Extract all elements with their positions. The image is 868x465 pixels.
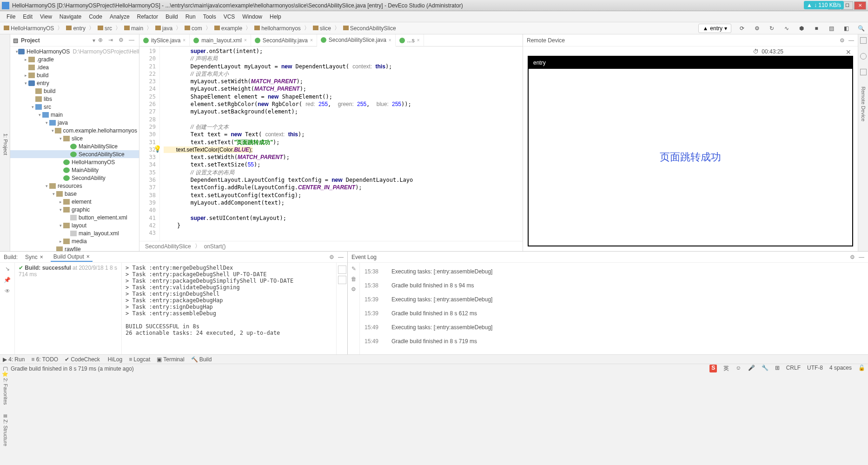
tool-window-tab[interactable]: ≡ 6:TODO <box>31 356 58 363</box>
tree-item[interactable]: HelloHarmonyOS <box>10 158 139 166</box>
menu-build[interactable]: Build <box>162 13 182 21</box>
tree-item[interactable]: button_element.xml <box>10 213 139 221</box>
crumb-class[interactable]: SecondAbilitySlice <box>145 243 191 250</box>
tree-item[interactable]: ▾slice <box>10 134 139 142</box>
scroll-end-icon[interactable] <box>338 276 346 284</box>
breadcrumb-item[interactable]: SecondAbilitySlice <box>342 25 397 32</box>
menu-view[interactable]: View <box>36 13 56 21</box>
build-tab-sync[interactable]: Sync × <box>22 253 46 261</box>
menu-file[interactable]: File <box>3 13 19 21</box>
build-settings-icon[interactable]: ⚙ <box>329 254 334 260</box>
device-close-icon[interactable]: ✕ <box>846 48 851 56</box>
tree-item[interactable]: ▾entry <box>10 79 139 87</box>
tree-item[interactable]: ▸build <box>10 71 139 79</box>
window-close-button[interactable]: ✕ <box>854 1 866 10</box>
event-clear-icon[interactable]: ✎ <box>351 266 356 272</box>
run-config-dropdown[interactable]: ▲ entry ▾ <box>698 24 731 33</box>
menu-navigate[interactable]: Navigate <box>56 13 85 21</box>
lock-icon[interactable]: 🔓 <box>858 365 865 372</box>
device-settings-icon[interactable]: ⚙ <box>840 37 845 44</box>
structure-tab[interactable]: ≣ Z: Structure <box>3 414 9 446</box>
favorites-tab[interactable]: ⭐ 2: Favorites <box>3 371 9 405</box>
settings-icon[interactable]: ⚙ <box>753 24 761 33</box>
tree-item[interactable]: ▾base <box>10 190 139 198</box>
tree-item[interactable]: rawfile <box>10 245 139 251</box>
menu-window[interactable]: Window <box>239 13 266 21</box>
tool-window-tab[interactable]: ✔CodeCheck <box>65 356 100 363</box>
breadcrumb-item[interactable]: helloharmonyos <box>253 25 302 32</box>
event-settings-icon[interactable]: ⚙ <box>850 254 855 260</box>
menu-tools[interactable]: Tools <box>199 13 220 21</box>
intention-bulb-icon[interactable]: 💡 <box>153 145 161 153</box>
tree-item[interactable]: ▾resources <box>10 182 139 190</box>
build-eye-icon[interactable]: 👁 <box>5 288 10 294</box>
device-hide-icon[interactable]: — <box>848 37 854 44</box>
project-tool-tab[interactable]: 1: Project <box>2 131 10 158</box>
refresh-icon[interactable]: ⟳ <box>738 24 746 33</box>
search-icon[interactable]: 🔍 <box>857 24 865 33</box>
tool-window-tab[interactable]: ≡Logcat <box>129 356 150 363</box>
debug-icon[interactable]: ⬢ <box>797 24 806 33</box>
right-tool-icon-1[interactable] <box>860 37 867 44</box>
editor-tab[interactable]: SecondAbilitySlice.java× <box>317 34 396 46</box>
tool-window-tab[interactable]: ▣Terminal <box>157 356 184 363</box>
editor-tab[interactable]: main_layout.xml× <box>190 34 251 46</box>
tree-item[interactable]: main_layout.xml <box>10 229 139 237</box>
hide-icon[interactable]: — <box>129 37 136 44</box>
breadcrumb-item[interactable]: java <box>154 25 173 32</box>
right-tool-icon-2[interactable] <box>860 53 867 60</box>
soft-wrap-icon[interactable] <box>338 266 346 274</box>
project-view-selector[interactable]: ▤ <box>13 37 18 44</box>
tree-item[interactable]: ▸element <box>10 198 139 206</box>
settings-gear-icon[interactable]: ⚙ <box>119 37 126 44</box>
tree-item[interactable]: libs <box>10 95 139 103</box>
editor-tab[interactable]: SecondAbility.java× <box>251 34 317 46</box>
build-output-text[interactable]: > Task :entry:mergeDebugShellDex > Task … <box>122 263 336 354</box>
menu-run[interactable]: Run <box>182 13 199 21</box>
breadcrumb-item[interactable]: entry <box>65 25 86 32</box>
menu-vcs[interactable]: VCS <box>220 13 239 21</box>
build-hide-icon[interactable]: — <box>338 254 344 260</box>
status-icon-3[interactable]: 🔧 <box>762 365 769 372</box>
tree-item[interactable]: ▸media <box>10 237 139 245</box>
editor-tab[interactable]: ...s× <box>396 34 424 46</box>
status-icon-2[interactable]: 🎤 <box>748 365 755 372</box>
device-icon[interactable]: ▤ <box>827 24 835 33</box>
breadcrumb-item[interactable]: HelloHarmonyOS <box>3 25 55 32</box>
tree-item[interactable]: ▾com.example.helloharmonyos <box>10 126 139 134</box>
tree-item[interactable]: SecondAbility <box>10 174 139 182</box>
menu-code[interactable]: Code <box>85 13 106 21</box>
build-pin-icon[interactable]: 📌 <box>4 277 11 283</box>
event-cog-icon[interactable]: ⚙ <box>351 286 356 292</box>
indent[interactable]: 4 spaces <box>829 365 852 372</box>
tree-item[interactable]: ▾layout <box>10 221 139 229</box>
tree-item[interactable]: ▾java <box>10 119 139 126</box>
breadcrumb-item[interactable]: com <box>184 25 203 32</box>
stop-icon[interactable]: ■ <box>812 24 821 33</box>
breadcrumb-item[interactable]: src <box>97 25 113 32</box>
editor-tab[interactable]: itySlice.java× <box>139 34 190 46</box>
tree-item[interactable]: .idea <box>10 63 139 71</box>
tree-item[interactable]: SecondAbilitySlice <box>10 150 139 158</box>
breadcrumb-item[interactable]: example <box>213 25 243 32</box>
sync-icon[interactable]: ↻ <box>768 24 776 33</box>
event-hide-icon[interactable]: — <box>859 254 864 260</box>
tree-item[interactable]: ▾main <box>10 111 139 119</box>
right-tool-icon-3[interactable] <box>860 69 867 75</box>
tool-window-tab[interactable]: 🔨Build <box>191 356 212 363</box>
menu-refactor[interactable]: Refactor <box>133 13 162 21</box>
menu-edit[interactable]: Edit <box>19 13 36 21</box>
status-icon-4[interactable]: ⊞ <box>775 365 780 372</box>
event-trash-icon[interactable]: 🗑 <box>351 276 357 282</box>
tree-item[interactable]: ▾src <box>10 103 139 111</box>
locate-icon[interactable]: ⊕ <box>98 37 106 44</box>
tool-window-tab[interactable]: HiLog <box>106 356 122 363</box>
tree-item[interactable]: ▾HelloHarmonyOSD:\HarmonyOSProject\Hello… <box>10 47 139 55</box>
breadcrumb-item[interactable]: slice <box>312 25 332 32</box>
remote-device-tab[interactable]: Remote Device <box>861 85 866 123</box>
ime-lang[interactable]: 英 <box>723 365 729 372</box>
tree-item[interactable]: ▸.gradle <box>10 55 139 63</box>
code-editor[interactable]: super.onStart(intent); // 声明布局 Dependent… <box>160 46 523 241</box>
breadcrumb-item[interactable]: main <box>123 25 144 32</box>
build-filter-icon[interactable]: ↘ <box>5 266 10 272</box>
